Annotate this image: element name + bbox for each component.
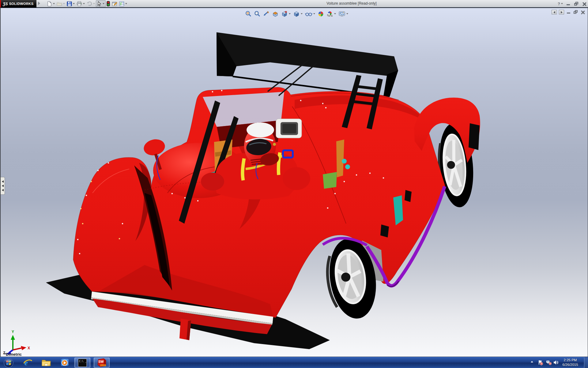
rebuild-button[interactable] xyxy=(106,0,111,7)
document-window-controls xyxy=(552,10,585,14)
printer-icon xyxy=(77,1,82,6)
zoom-to-area-icon xyxy=(254,11,260,17)
apply-scene-icon xyxy=(326,11,333,17)
display-style-button[interactable] xyxy=(292,10,304,18)
undo-arrow-icon xyxy=(87,1,92,6)
previous-view-button[interactable] xyxy=(262,10,271,18)
taskbar: e C:\ _ SW 2015 xyxy=(0,357,588,368)
chevron-up-icon xyxy=(530,360,534,364)
zoom-to-fit-icon xyxy=(245,11,251,17)
section-view-icon xyxy=(272,11,279,17)
help-button[interactable]: ? xyxy=(558,2,563,6)
volume-button[interactable] xyxy=(553,360,559,366)
notepad-icon xyxy=(112,1,117,6)
network-status-button[interactable] xyxy=(546,360,552,366)
heads-up-toolbar xyxy=(244,10,349,18)
orientation-triad: Y X Z xyxy=(1,324,34,355)
collapse-pane-left-button[interactable] xyxy=(552,10,557,14)
appearance-ball-icon xyxy=(318,11,324,17)
undo-button[interactable] xyxy=(86,0,96,7)
restore-button[interactable] xyxy=(574,2,579,6)
triad-y-label: Y xyxy=(12,330,14,334)
clock-time: 2:25 PM xyxy=(559,358,581,362)
collapse-pane-right-button[interactable] xyxy=(559,10,564,14)
solidworks-2015-icon: SW 2015 xyxy=(96,358,107,367)
taskbar-internet-explorer[interactable]: e xyxy=(21,358,34,368)
previous-view-icon xyxy=(263,11,270,17)
solidworks-logo-text: SOLIDWORKS xyxy=(9,2,34,6)
network-disconnected-icon xyxy=(546,360,552,365)
select-tool-button[interactable] xyxy=(96,0,106,7)
title-bar: ƷS SOLIDWORKS xyxy=(0,0,588,7)
speaker-icon xyxy=(553,360,559,365)
internet-explorer-icon: e xyxy=(23,358,32,367)
triad-x-label: X xyxy=(28,346,30,350)
save-button[interactable] xyxy=(66,0,76,7)
help-icon: ? xyxy=(558,2,560,6)
solidworks-logo[interactable]: ƷS SOLIDWORKS xyxy=(1,0,36,7)
apply-scene-button[interactable] xyxy=(325,10,337,18)
document-minimize-button[interactable] xyxy=(566,10,571,14)
menu-expand-icon[interactable] xyxy=(38,2,40,5)
new-document-icon xyxy=(47,1,52,6)
svg-text:2015: 2015 xyxy=(100,364,106,367)
taskbar-file-explorer[interactable] xyxy=(40,358,53,368)
feature-tree-flyout-tab[interactable] xyxy=(1,177,5,195)
show-desktop-button[interactable] xyxy=(584,357,588,368)
flyout-arrow-icon xyxy=(2,180,4,183)
minimize-icon xyxy=(567,4,570,5)
collapse-right-icon xyxy=(561,11,563,13)
document-restore-button[interactable] xyxy=(573,10,578,14)
checklist-icon xyxy=(119,1,124,6)
zoom-to-area-button[interactable] xyxy=(253,10,262,18)
zoom-to-fit-button[interactable] xyxy=(244,10,253,18)
start-button[interactable] xyxy=(2,358,15,368)
taskbar-solidworks[interactable]: SW 2015 xyxy=(94,358,110,368)
document-close-button[interactable] xyxy=(580,10,585,14)
design-checker-button[interactable] xyxy=(118,0,128,7)
close-button[interactable] xyxy=(582,2,587,6)
folder-icon xyxy=(41,358,51,367)
hide-show-items-button[interactable] xyxy=(304,10,316,18)
media-player-icon xyxy=(60,358,69,367)
select-cursor-icon xyxy=(97,1,102,6)
taskbar-media-player[interactable] xyxy=(58,358,71,368)
view-orientation-button[interactable] xyxy=(280,10,292,18)
solidworks-logo-icon: ƷS xyxy=(3,2,8,6)
taskbar-command-prompt[interactable]: C:\ _ xyxy=(74,358,90,368)
options-button[interactable] xyxy=(111,0,118,7)
model-voiture-assemblee[interactable] xyxy=(1,8,588,357)
main-toolbar xyxy=(46,0,128,7)
view-settings-icon xyxy=(338,11,345,17)
windows-start-icon xyxy=(4,358,13,368)
clock-date: 6/26/2015 xyxy=(559,362,581,367)
collapse-left-icon xyxy=(553,11,555,13)
window-title: Voiture assomblee [Read-only] xyxy=(326,1,376,6)
action-center-button[interactable] xyxy=(538,360,543,366)
new-document-button[interactable] xyxy=(46,0,56,7)
print-button[interactable] xyxy=(76,0,86,7)
command-prompt-icon: C:\ _ xyxy=(78,358,87,367)
minimize-icon xyxy=(567,13,570,13)
save-floppy-icon xyxy=(67,1,72,6)
show-hidden-icons-button[interactable] xyxy=(530,360,534,365)
view-orientation-label: *Dimetric xyxy=(4,352,22,357)
svg-text:SW: SW xyxy=(98,360,104,363)
section-view-button[interactable] xyxy=(271,10,280,18)
minimize-button[interactable] xyxy=(566,2,571,6)
rear-mudflap xyxy=(469,123,480,150)
svg-text:C:\ _: C:\ _ xyxy=(79,360,86,363)
open-folder-icon xyxy=(57,1,62,6)
view-settings-button[interactable] xyxy=(337,10,349,18)
flag-error-icon xyxy=(538,360,543,365)
eyeglasses-icon xyxy=(305,11,312,17)
traffic-light-icon xyxy=(107,1,110,6)
rearview-mirror xyxy=(276,119,302,138)
tray-clock[interactable]: 2:25 PM 6/26/2015 xyxy=(559,358,581,367)
open-document-button[interactable] xyxy=(56,0,66,7)
edit-appearance-button[interactable] xyxy=(316,10,325,18)
display-style-icon xyxy=(293,11,300,17)
graphics-viewport[interactable]: Y X Z *Dimetric xyxy=(0,7,588,357)
window-controls: ? xyxy=(558,0,587,7)
view-orientation-icon xyxy=(281,11,288,17)
